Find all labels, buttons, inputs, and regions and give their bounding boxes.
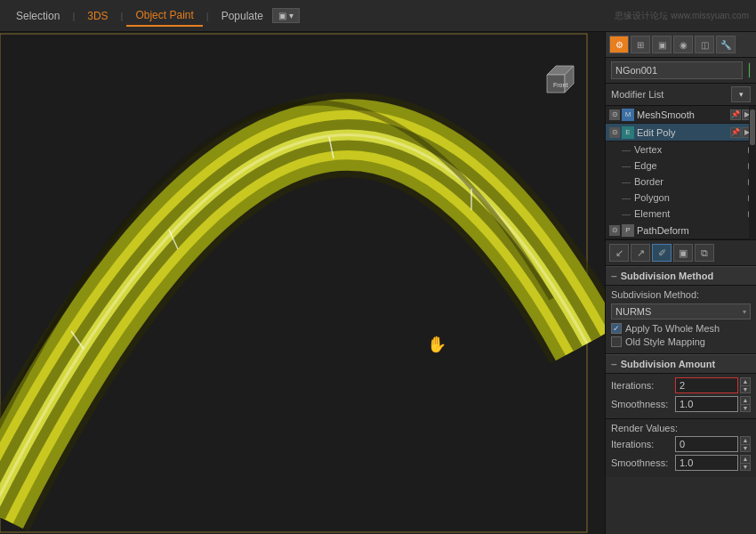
render-smoothness-down[interactable]: ▼	[740, 463, 751, 472]
panel-icon-4[interactable]: ◉	[673, 36, 693, 53]
subitem-border-label: Border	[634, 176, 664, 187]
render-iterations-up[interactable]: ▲	[740, 436, 751, 444]
action-icon-edit[interactable]: ✐	[652, 244, 672, 262]
mod-label-pathdeform: PathDeform	[637, 225, 752, 236]
modifier-items-list: ⊙ M MeshSmooth 📌 ▶ ⊙ E Edit Poly 📌 ▶	[606, 106, 756, 240]
top-bar: Selection | 3DS | Object Paint | Populat…	[0, 0, 756, 32]
smoothness-field[interactable]: 1.0	[675, 396, 738, 412]
subdivision-method-header[interactable]: – Subdivision Method	[606, 266, 756, 286]
topbar-extra-btn[interactable]: ▣ ▾	[272, 8, 300, 23]
topbar-selection[interactable]: Selection	[7, 6, 68, 26]
render-iterations-down[interactable]: ▼	[740, 444, 751, 453]
old-style-mapping-checkbox[interactable]	[611, 336, 622, 347]
mod-vis-icon-3: ⊙	[609, 225, 620, 236]
subitem-element-label: Element	[634, 208, 670, 219]
render-iterations-row: Iterations: 0 ▲ ▼	[611, 436, 751, 452]
modifier-list-label: Modifier List	[611, 89, 728, 100]
panel-icon-5[interactable]: ◫	[695, 36, 714, 53]
panel-icons-row: ⚙ ⊞ ▣ ◉ ◫ 🔧	[606, 32, 756, 58]
smoothness-down[interactable]: ▼	[740, 404, 751, 413]
action-icon-move-up[interactable]: ↗	[631, 244, 650, 262]
cursor-indicator: ✋	[427, 335, 446, 354]
mod-pin-btn-2[interactable]: 📌	[730, 127, 741, 138]
modifier-scrollbar[interactable]	[749, 106, 756, 239]
smoothness-spinner[interactable]: ▲ ▼	[740, 396, 751, 412]
render-iterations-label: Iterations:	[611, 439, 673, 449]
smoothness-row: Smoothness: 1.0 ▲ ▼	[611, 396, 751, 412]
panel-icon-3[interactable]: ▣	[652, 36, 672, 53]
cube-gizmo[interactable]: Front	[534, 57, 587, 110]
old-style-mapping-label: Old Style Mapping	[625, 336, 705, 347]
action-icon-copy[interactable]: ⧉	[695, 244, 714, 262]
subitem-edge[interactable]: — Edge ▶	[606, 158, 756, 174]
method-dropdown-arrow: ▾	[743, 308, 746, 316]
method-label-row: Subdivision Method:	[611, 289, 751, 300]
mod-label-editpoly: Edit Poly	[637, 127, 730, 138]
subitem-element[interactable]: — Element ▶	[606, 206, 756, 222]
method-label: Subdivision Method:	[611, 289, 699, 300]
object-name-row	[606, 58, 756, 84]
render-iterations-field[interactable]: 0	[675, 436, 738, 452]
subitem-border[interactable]: — Border ▶	[606, 174, 756, 190]
iterations-spinner[interactable]: ▲ ▼	[740, 377, 751, 393]
subdivision-method-props: Subdivision Method: NURMS ▾ ✓ Apply To W…	[606, 286, 756, 354]
subitem-polygon-label: Polygon	[634, 192, 670, 203]
apply-whole-mesh-checkbox[interactable]: ✓	[611, 323, 622, 334]
render-values-label: Render Values:	[611, 423, 678, 433]
subdivision-amount-props: Iterations: 2 ▲ ▼ Smoothness: 1.0 ▲ ▼	[606, 374, 756, 419]
render-smoothness-field[interactable]: 1.0	[675, 455, 738, 471]
render-values-label-row: Render Values:	[611, 423, 751, 433]
object-color-box[interactable]	[748, 62, 751, 78]
iterations-field[interactable]: 2	[675, 377, 738, 393]
topbar-populate[interactable]: Populate	[213, 6, 272, 26]
smoothness-value: 1.0	[680, 399, 693, 409]
action-icon-move-down[interactable]: ↙	[609, 244, 629, 262]
topbar-3ds[interactable]: 3DS	[78, 6, 117, 26]
render-values-section: Render Values: Iterations: 0 ▲ ▼ Smoothn…	[606, 419, 756, 477]
subitem-polygon[interactable]: — Polygon ▶	[606, 190, 756, 206]
apply-whole-mesh-label: Apply To Whole Mesh	[625, 323, 720, 334]
subdivision-amount-header[interactable]: – Subdivision Amount	[606, 354, 756, 374]
subdivision-method-title: Subdivision Method	[621, 271, 714, 281]
watermark: 思缘设计论坛 www.missyuan.com	[615, 10, 749, 22]
iterations-value: 2	[680, 380, 685, 391]
mod-pin-btn[interactable]: 📌	[730, 109, 741, 120]
subitem-edge-label: Edge	[634, 160, 657, 171]
render-smoothness-value: 1.0	[680, 457, 693, 468]
render-iterations-spinner[interactable]: ▲ ▼	[740, 436, 751, 452]
subitem-vertex[interactable]: — Vertex ▶	[606, 142, 756, 158]
svg-text:Front: Front	[553, 82, 567, 88]
render-iterations-value: 0	[680, 439, 685, 449]
topbar-object-paint[interactable]: Object Paint	[126, 5, 202, 27]
iterations-down[interactable]: ▼	[740, 385, 751, 394]
apply-whole-mesh-row: ✓ Apply To Whole Mesh	[611, 323, 751, 334]
render-smoothness-up[interactable]: ▲	[740, 455, 751, 463]
modifier-list-dropdown[interactable]: ▾	[731, 86, 751, 102]
smoothness-label: Smoothness:	[611, 399, 673, 409]
render-smoothness-label: Smoothness:	[611, 457, 673, 468]
subitem-vertex-label: Vertex	[634, 144, 662, 155]
method-value: NURMS	[615, 306, 651, 317]
mod-type-icon-editpoly: E	[622, 126, 634, 139]
render-smoothness-spinner[interactable]: ▲ ▼	[740, 455, 751, 471]
panel-icon-modifier[interactable]: ⚙	[609, 36, 629, 53]
viewport[interactable]: Front Wireframe	[0, 32, 605, 534]
action-icons-row: ↙ ↗ ✐ ▣ ⧉	[606, 240, 756, 266]
smoothness-up[interactable]: ▲	[740, 396, 751, 404]
subdivision-amount-title: Subdivision Amount	[621, 359, 716, 369]
iterations-row: Iterations: 2 ▲ ▼	[611, 377, 751, 393]
modifier-pathdeform[interactable]: ⊙ P PathDeform	[606, 222, 756, 239]
right-panel: ⚙ ⊞ ▣ ◉ ◫ 🔧 Modifier List ▾ ⊙ M MeshSmoo…	[605, 32, 756, 534]
object-name-input[interactable]	[611, 61, 743, 79]
action-icon-delete[interactable]: ▣	[673, 244, 693, 262]
iterations-up[interactable]: ▲	[740, 377, 751, 385]
method-dropdown[interactable]: NURMS ▾	[611, 303, 751, 320]
mod-type-icon-pathdeform: P	[622, 224, 634, 237]
panel-icon-2[interactable]: ⊞	[631, 36, 650, 53]
topbar-sep1: |	[68, 11, 78, 21]
method-dropdown-row: NURMS ▾	[611, 303, 751, 320]
modifier-editpoly[interactable]: ⊙ E Edit Poly 📌 ▶	[606, 124, 756, 142]
old-style-mapping-row: Old Style Mapping	[611, 336, 751, 347]
panel-icon-6[interactable]: 🔧	[716, 36, 736, 53]
modifier-meshsmooth[interactable]: ⊙ M MeshSmooth 📌 ▶	[606, 106, 756, 124]
